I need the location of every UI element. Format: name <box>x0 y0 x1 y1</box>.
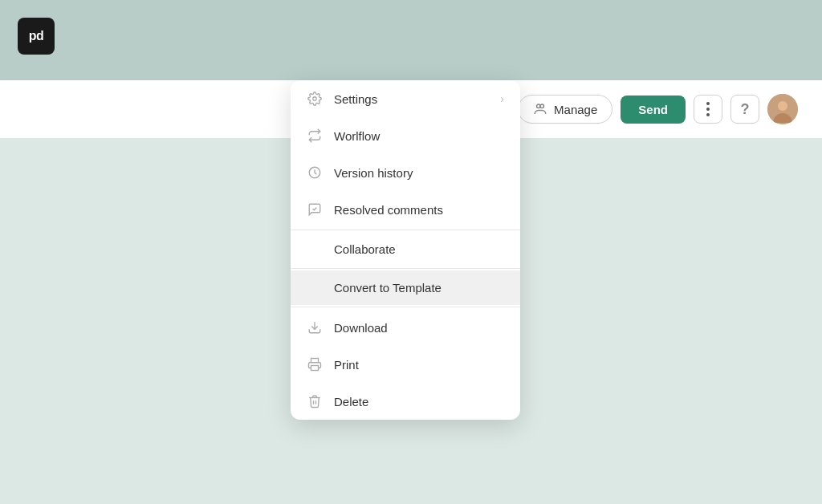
svg-point-4 <box>778 101 787 111</box>
delete-label: Delete <box>334 395 504 408</box>
print-label: Print <box>334 358 504 372</box>
menu-item-download[interactable]: Download <box>291 309 520 346</box>
manage-button[interactable]: Manage <box>518 95 612 124</box>
menu-item-version-history[interactable]: Version history <box>291 154 520 191</box>
clock-icon <box>307 165 323 181</box>
workflow-label: Worlflow <box>334 129 504 143</box>
comment-check-icon <box>307 201 323 217</box>
logo-text: pd <box>29 29 44 43</box>
send-button[interactable]: Send <box>621 96 686 124</box>
svg-point-5 <box>313 97 317 101</box>
gear-icon <box>307 91 323 107</box>
version-history-label: Version history <box>334 166 504 180</box>
menu-item-settings[interactable]: Settings › <box>291 80 520 117</box>
workflow-icon <box>307 128 323 144</box>
dot3 <box>706 113 710 116</box>
dot1 <box>706 102 710 105</box>
print-icon <box>307 356 323 372</box>
dropdown-menu: Settings › Worlflow Version history <box>291 80 520 420</box>
collaborate-label: Collaborate <box>307 242 504 256</box>
more-options-button[interactable] <box>694 95 722 124</box>
settings-arrow: › <box>500 92 504 105</box>
help-button[interactable]: ? <box>730 95 759 124</box>
resolved-comments-label: Resolved comments <box>334 203 504 217</box>
download-icon <box>307 319 323 335</box>
menu-item-delete[interactable]: Delete <box>291 383 520 420</box>
trash-icon <box>307 393 323 409</box>
app-logo[interactable]: pd <box>18 18 55 55</box>
settings-label: Settings <box>334 92 489 106</box>
menu-item-workflow[interactable]: Worlflow <box>291 117 520 154</box>
divider-1 <box>291 230 520 230</box>
dot2 <box>706 108 710 111</box>
menu-item-collaborate[interactable]: Collaborate <box>291 232 520 266</box>
svg-point-2 <box>540 104 544 108</box>
divider-2 <box>291 268 520 269</box>
menu-item-print[interactable]: Print <box>291 346 520 383</box>
download-label: Download <box>334 321 504 335</box>
divider-3 <box>291 307 520 307</box>
menu-item-convert-template[interactable]: Convert to Template <box>291 270 520 305</box>
help-icon: ? <box>741 101 750 118</box>
menu-item-resolved-comments[interactable]: Resolved comments <box>291 191 520 228</box>
svg-rect-8 <box>311 366 319 371</box>
manage-icon <box>533 102 547 116</box>
manage-label: Manage <box>554 103 597 116</box>
convert-template-label: Convert to Template <box>307 281 504 295</box>
user-avatar[interactable] <box>767 94 798 124</box>
